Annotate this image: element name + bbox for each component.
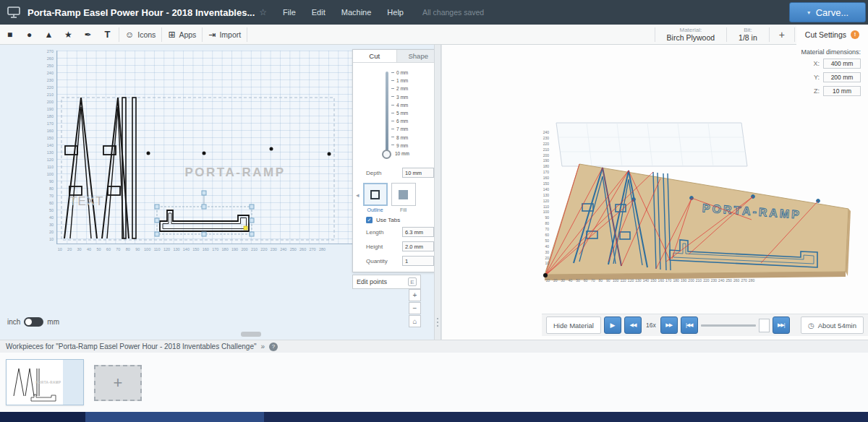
expand-chevron-icon[interactable]: » xyxy=(261,343,265,350)
add-workpiece-button[interactable]: + xyxy=(94,365,142,401)
timeline-slider[interactable] xyxy=(701,324,756,327)
design-text-porta-ramp[interactable]: PORTA-RAMP xyxy=(185,165,286,179)
depth-input[interactable] xyxy=(402,168,434,178)
ruler-tick-label: 120 xyxy=(627,278,634,283)
horizontal-scrollbar[interactable] xyxy=(241,332,261,337)
fill-cut-button[interactable] xyxy=(391,183,416,206)
menu-file[interactable]: File xyxy=(283,8,296,17)
rewind-button[interactable]: ◀◀ xyxy=(624,316,642,334)
ruler-tick-label: 90 xyxy=(533,215,549,221)
depth-slider-knob[interactable] xyxy=(382,150,391,159)
rectangle-tool[interactable]: ■ xyxy=(0,25,20,45)
help-icon[interactable]: ? xyxy=(269,343,278,351)
outline-direction-arrow[interactable]: ◂ xyxy=(356,191,359,199)
design-text-object[interactable]: TEXT xyxy=(69,194,103,208)
triangle-tool[interactable]: ▲ xyxy=(39,25,59,45)
import-tool[interactable]: ⇥ Import xyxy=(204,25,245,45)
zoom-in-button[interactable]: + xyxy=(409,289,421,301)
pane-resize-handle[interactable] xyxy=(434,45,441,340)
ruler-tick-label: 10 xyxy=(544,278,551,283)
workpiece-thumbnail-current[interactable]: PORTA-RAMP xyxy=(6,359,84,405)
cut-panel: Cut Shape 0 mm1 mm2 mm3 mm4 mm5 mm6 mm7 … xyxy=(352,49,441,272)
ellipse-tool[interactable]: ● xyxy=(20,25,39,45)
estimated-time-button[interactable]: ◷ About 54min xyxy=(801,316,864,334)
ramp-shape[interactable] xyxy=(160,210,249,231)
height-input[interactable] xyxy=(402,241,434,251)
monitor-icon[interactable] xyxy=(4,4,23,20)
document-title[interactable]: Porta-Ramp Easel Power Hour - 2018 Inven… xyxy=(27,7,255,18)
slider-tick-label: 7 mm xyxy=(391,125,408,133)
play-button[interactable]: ▶ xyxy=(604,316,621,334)
depth-slider-track[interactable] xyxy=(386,72,388,151)
polygon-tool[interactable]: ★ xyxy=(59,25,78,45)
menu-help[interactable]: Help xyxy=(387,8,404,17)
slider-tick-label: 6 mm xyxy=(391,117,408,125)
ruler-tick-label: 280 xyxy=(748,278,755,283)
tab-marker[interactable] xyxy=(244,226,247,230)
zoom-home-button[interactable]: ⌂ xyxy=(409,315,421,327)
ruler-tick-label: 160 xyxy=(658,278,665,283)
tab-cut[interactable]: Cut xyxy=(353,50,396,62)
preview-3d-svg[interactable]: PORTA-RAMP xyxy=(442,45,868,312)
ruler-tick-label: 220 xyxy=(533,142,549,147)
bit-selector[interactable]: Bit: 1/8 in xyxy=(728,27,767,42)
ruler-tick-label: 60 xyxy=(582,278,589,283)
timeline-position-input[interactable] xyxy=(759,319,770,332)
leg-pieces[interactable] xyxy=(122,98,136,238)
bottom-taskbar-strip xyxy=(0,412,868,422)
preview-3d-pane[interactable]: Material dimensions: X: Y: Z: xyxy=(441,45,868,340)
shortcut-key-badge: E xyxy=(408,277,417,286)
menu-machine[interactable]: Machine xyxy=(341,8,372,17)
carve-button[interactable]: ▼ Carve... xyxy=(789,2,866,22)
unit-toggle[interactable] xyxy=(24,317,43,327)
material-selector[interactable]: Material: Birch Plywood xyxy=(657,27,726,42)
ruler-tick-label: 60 xyxy=(533,233,549,238)
skip-to-end-button[interactable]: ▶▶| xyxy=(773,316,790,334)
drill-points[interactable] xyxy=(147,147,331,156)
quantity-input[interactable] xyxy=(402,256,434,266)
cut-settings-button[interactable]: Cut Settings ! xyxy=(796,25,868,45)
easel-frame-2[interactable] xyxy=(102,98,129,238)
design-canvas-pane[interactable]: 2702602502402302202102001901801701601501… xyxy=(0,45,441,340)
fill-label: Fill xyxy=(400,207,407,212)
easel-frame-1[interactable] xyxy=(64,98,97,238)
fast-forward-button[interactable]: ▶▶ xyxy=(660,316,678,334)
toolbar-separator xyxy=(769,27,770,42)
add-bit-button[interactable]: + xyxy=(771,25,793,45)
favorite-star-icon[interactable]: ☆ xyxy=(259,7,267,17)
skip-start-icon: |◀◀ xyxy=(686,322,693,328)
use-tabs-row: ✓ Use Tabs xyxy=(353,214,440,225)
slider-tick-label: 0 mm xyxy=(391,69,408,77)
selection-handles[interactable] xyxy=(155,191,254,236)
apps-tool[interactable]: ⊞ Apps xyxy=(163,25,200,45)
toolbar-separator xyxy=(794,27,795,42)
use-tabs-checkbox[interactable]: ✓ xyxy=(366,217,373,223)
ruler-tick-label: 240 xyxy=(533,130,549,136)
text-tool-icon: T xyxy=(105,29,111,40)
simulation-controls: Hide Material ▶ ◀◀ 16x ▶▶ |◀◀ ▶▶| ◷ Abou… xyxy=(542,314,868,336)
tab-shape[interactable]: Shape xyxy=(396,50,441,62)
ruler-tick-label: 150 xyxy=(533,181,549,187)
ruler-tick-label: 140 xyxy=(533,187,549,193)
ruler-tick-label: 200 xyxy=(533,153,549,159)
toolbar-separator xyxy=(119,27,119,42)
edit-points-button[interactable]: Edit points E xyxy=(352,275,421,289)
warning-icon: ! xyxy=(851,30,859,39)
ruler-tick-label: 230 xyxy=(533,136,549,142)
icons-tool-label: Icons xyxy=(137,30,156,39)
hide-material-button[interactable]: Hide Material xyxy=(546,316,601,334)
zoom-out-button[interactable]: − xyxy=(409,302,421,314)
pen-tool[interactable]: ✒ xyxy=(78,25,98,45)
outline-cut-button[interactable] xyxy=(363,183,388,206)
icons-tool[interactable]: ☺ Icons xyxy=(121,25,160,45)
skip-to-start-button[interactable]: |◀◀ xyxy=(681,316,698,334)
text-tool[interactable]: T xyxy=(98,25,117,45)
star-icon: ★ xyxy=(64,30,72,40)
depth-slider-zone: 0 mm1 mm2 mm3 mm4 mm5 mm6 mm7 mm8 mm9 mm… xyxy=(353,67,440,165)
cut-type-row: ◂ Outline Fill xyxy=(353,180,440,214)
menu-edit[interactable]: Edit xyxy=(312,8,326,17)
ruler-tick-label: 110 xyxy=(533,204,549,210)
workpieces-bar[interactable]: Workpieces for "Porta-Ramp Easel Power H… xyxy=(0,340,868,353)
length-input[interactable] xyxy=(402,227,434,237)
slider-tick-label: 4 mm xyxy=(391,101,408,109)
